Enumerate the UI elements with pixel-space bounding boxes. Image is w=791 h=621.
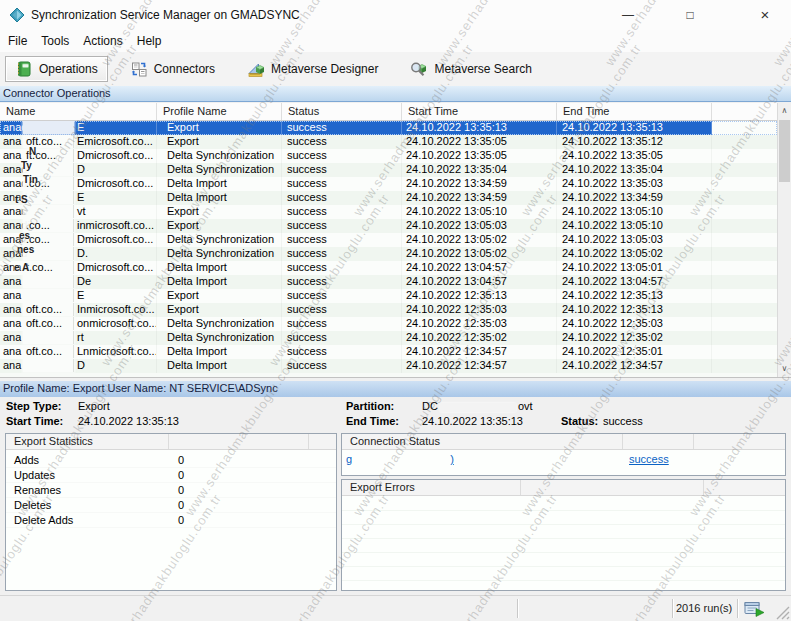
scroll-down-icon[interactable]: ∨ [778,361,791,377]
cell-status: success [282,233,402,247]
name-fragment: E [77,289,84,302]
name-fragment: ana [3,135,21,147]
table-row[interactable]: anadi.co...inmicrosoft.co...Exportsucces… [0,219,777,233]
cell-status: success [282,289,402,303]
cell-end-time: 24.10.2022 13:05:10 [557,219,712,233]
column-header-filler [712,103,777,120]
operations-button[interactable]: Operations [5,56,108,82]
table-row[interactable]: anad.co...Dmicrosoft.co...Delta Synchron… [0,233,777,247]
cell-name: anadE [0,121,157,135]
cell-filler [712,247,777,261]
step-type-value: Export [78,400,110,412]
statistic-value: 0 [170,483,184,497]
table-row[interactable]: anad.co...Dmicrosoft.co...Delta Importsu… [0,177,777,191]
end-time-label: End Time: [346,415,399,427]
minimize-button[interactable]: — [605,0,651,30]
table-row[interactable]: anaoft.co...onmicrosoft.co...Delta Synch… [0,317,777,331]
cell-name: anart [0,331,157,345]
connectors-button-label: Connectors [154,62,215,76]
statistics-row: Renames0 [6,483,336,498]
status-bar: 2016 run(s) [0,595,791,621]
table-row[interactable]: anadEDelta Importsuccess24.10.2022 13:34… [0,191,777,205]
cell-end-time: 24.10.2022 13:35:03 [557,177,712,191]
run-count: 2016 run(s) [676,596,732,621]
column-header-start-time[interactable]: Start Time [402,103,557,120]
cell-end-time: 24.10.2022 13:34:59 [557,191,712,205]
cell-start-time: 24.10.2022 12:35:13 [402,289,557,303]
cell-profile-name: Export [157,135,282,149]
cell-filler [712,205,777,219]
cell-end-time: 24.10.2022 12:35:13 [557,289,712,303]
connection-status-panel: Connection Status g) success [341,433,786,476]
maximize-button[interactable]: □ [667,0,713,30]
connection-result-link[interactable]: success [629,452,669,467]
vertical-scrollbar[interactable]: ∧ ∨ [777,103,791,377]
window-title: Synchronization Service Manager on GMADS… [31,0,300,30]
cell-profile-name: Delta Synchronization [157,247,282,261]
table-row[interactable]: anat.co...Dmicrosoft.co...Delta Importsu… [0,261,777,275]
cell-name: anaDe [0,275,157,289]
cell-profile-name: Delta Synchronization [157,331,282,345]
name-fragment: oft.co... [26,345,62,358]
cell-profile-name: Delta Import [157,359,282,373]
connection-link[interactable]: g) [346,452,454,467]
menu-actions[interactable]: Actions [83,32,132,50]
table-row[interactable]: anadvtExportsuccess24.10.2022 13:05:1024… [0,205,777,219]
statistics-window-icon[interactable] [744,601,765,617]
statistics-row: Adds0 [6,453,336,468]
table-row[interactable]: anartDelta Synchronizationsuccess24.10.2… [0,331,777,345]
table-row[interactable]: anaft.co...Dmicrosoft.co...Delta Synchro… [0,149,777,163]
table-row[interactable]: anaoft.co...Emicrosoft.co...Exportsucces… [0,135,777,149]
cell-profile-name: Delta Import [157,275,282,289]
name-fragment: D. [77,247,88,260]
cell-status: success [282,345,402,359]
scroll-up-icon[interactable]: ∧ [778,103,791,119]
censor-smudge [23,331,74,344]
column-header-profile-name[interactable]: Profile Name [157,103,282,120]
operations-list: Name Profile Name Status Start Time End … [0,103,791,378]
cell-profile-name: Delta Import [157,345,282,359]
table-row[interactable]: anaDDelta Importsuccess24.10.2022 12:34:… [0,359,777,373]
table-row[interactable]: anaoft.co...Lnmicrosoft.co...Delta Impor… [0,345,777,359]
column-header-end-time[interactable]: End Time [557,103,712,120]
name-fragment: D [77,163,85,176]
metaverse-designer-icon [247,60,265,78]
name-fragment: Emicrosoft.co... [77,135,153,148]
table-row[interactable]: anaDeDelta Importsuccess24.10.2022 13:04… [0,275,777,289]
metaverse-search-button[interactable]: Metaverse Search [400,56,541,82]
name-fragment: ana [3,345,21,357]
statistics-row: Delete Adds0 [6,513,336,528]
status-label: Status: [561,415,598,427]
cell-end-time: 24.10.2022 12:34:57 [557,359,712,373]
statistic-label: Deletes [6,498,170,512]
cell-start-time: 24.10.2022 12:35:03 [402,317,557,331]
resize-grip[interactable] [776,606,790,620]
cell-status: success [282,303,402,317]
metaverse-designer-button[interactable]: Metaverse Designer [237,56,388,82]
start-time-label: Start Time: [6,415,63,427]
column-header-status[interactable]: Status [282,103,402,120]
censor-smudge [352,456,450,467]
export-statistics-title: Export Statistics [6,434,169,449]
table-row[interactable]: anaEExportsuccess24.10.2022 12:35:1324.1… [0,289,777,303]
cell-status: success [282,359,402,373]
connectors-button[interactable]: Connectors [120,56,225,82]
table-row[interactable]: anadEExportsuccess24.10.2022 13:35:1324.… [0,121,777,135]
close-button[interactable]: × [742,0,788,30]
cell-status: success [282,191,402,205]
menu-file[interactable]: File [8,32,37,50]
cell-end-time: 24.10.2022 13:05:01 [557,261,712,275]
column-header-name[interactable]: Name [0,103,157,120]
table-row[interactable]: anaoft.co...Inmicrosoft.co...Exportsucce… [0,303,777,317]
table-row[interactable]: anadDDelta Synchronizationsuccess24.10.2… [0,163,777,177]
menu-tools[interactable]: Tools [41,32,79,50]
menu-bar: File Tools Actions Help [0,30,791,52]
cell-profile-name: Delta Synchronization [157,149,282,163]
title-bar: Synchronization Service Manager on GMADS… [0,0,791,30]
menu-help[interactable]: Help [137,32,172,50]
cell-filler [712,317,777,331]
export-statistics-header: Export Statistics [6,434,336,450]
scrollbar-thumb[interactable] [779,120,790,182]
cell-start-time: 24.10.2022 12:34:57 [402,359,557,373]
table-row[interactable]: anadD.Delta Synchronizationsuccess24.10.… [0,247,777,261]
